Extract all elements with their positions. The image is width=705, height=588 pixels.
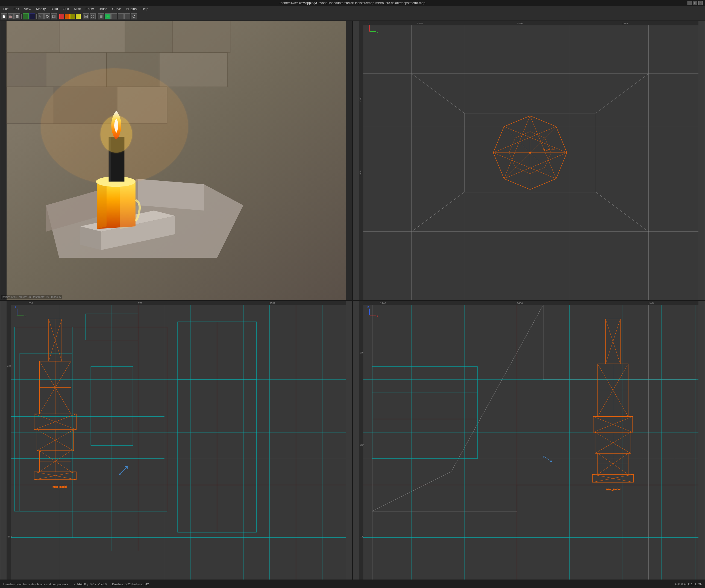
svg-rect-22 xyxy=(7,21,59,53)
svg-text:1464: 1464 xyxy=(649,301,654,304)
viewport-top[interactable]: 1438 1456 1464 -760 -368 y x xyxy=(352,21,705,301)
toolbar-rotate[interactable] xyxy=(44,13,50,19)
viewport-top-svg: 1438 1456 1464 -760 -368 y x xyxy=(353,21,705,300)
toolbar-save[interactable] xyxy=(14,13,20,19)
status-grid: G:8 R:45 C:13 L:ON xyxy=(675,583,702,586)
svg-point-87 xyxy=(529,152,531,154)
svg-point-20 xyxy=(106,15,109,17)
svg-rect-13 xyxy=(91,15,92,16)
svg-text:oc_model: oc_model xyxy=(543,148,555,151)
svg-text:misc_model: misc_model xyxy=(606,488,620,491)
svg-rect-26 xyxy=(7,53,46,87)
menu-file[interactable]: File xyxy=(1,7,11,11)
svg-text:768: 768 xyxy=(138,301,142,304)
menu-entity[interactable]: Entity xyxy=(83,7,96,11)
toolbar-file-group xyxy=(1,13,20,19)
render-stats: prims: 1244 | states: 20 | tris/frame: 9… xyxy=(1,295,62,299)
svg-text:x: x xyxy=(368,22,369,25)
toolbar-extra-1[interactable] xyxy=(98,13,104,19)
svg-text:1464: 1464 xyxy=(622,22,628,25)
svg-rect-107 xyxy=(7,301,346,305)
menu-brush[interactable]: Brush xyxy=(96,7,109,11)
svg-text:176: 176 xyxy=(360,351,364,354)
toolbar-grid-toggle[interactable] xyxy=(83,13,89,19)
minimize-button[interactable]: _ xyxy=(688,1,692,5)
menu-curve[interactable]: Curve xyxy=(110,7,123,11)
menu-grid[interactable]: Grid xyxy=(61,7,71,11)
svg-text:-368: -368 xyxy=(359,171,362,176)
toolbar-extra-5[interactable] xyxy=(124,13,130,19)
svg-rect-15 xyxy=(91,17,92,18)
svg-rect-63 xyxy=(359,21,363,300)
menu-view[interactable]: View xyxy=(22,7,33,11)
svg-text:1438: 1438 xyxy=(417,22,423,25)
toolbar-sep-5 xyxy=(97,14,97,19)
status-coords: x: 1448.0 y: 0.0 z: -176.0 xyxy=(74,583,106,586)
maximize-button[interactable]: □ xyxy=(693,1,697,5)
menu-plugins[interactable]: Plugins xyxy=(124,7,139,11)
svg-rect-186 xyxy=(359,301,698,305)
toolbar-transform-group xyxy=(38,13,57,19)
svg-rect-3 xyxy=(16,16,18,18)
status-bar: Translate Tool: translate objects and co… xyxy=(0,580,705,588)
toolbar-more xyxy=(83,13,96,19)
toolbar-sep-2 xyxy=(36,14,37,19)
status-tool: Translate Tool: translate objects and co… xyxy=(3,583,68,586)
main-area: prims: 1244 | states: 20 | tris/frame: 9… xyxy=(0,21,705,580)
svg-text:x: x xyxy=(25,314,26,317)
menu-build[interactable]: Build xyxy=(48,7,60,11)
status-brushes: Brushes: 5626 Entities: 842 xyxy=(112,583,149,586)
toolbar-yellow[interactable] xyxy=(70,14,75,19)
toolbar-extra-4[interactable] xyxy=(118,13,124,19)
toolbar-orange[interactable] xyxy=(65,14,70,19)
window-title: /home/illwieckz/Mapping/Unvanquished/Int… xyxy=(280,1,425,5)
svg-text:1448: 1448 xyxy=(380,301,386,304)
svg-rect-16 xyxy=(93,17,94,18)
window-controls[interactable]: _ □ ✕ xyxy=(688,1,703,5)
close-button[interactable]: ✕ xyxy=(698,1,703,5)
svg-text:1512: 1512 xyxy=(270,301,275,304)
toolbar-scale[interactable] xyxy=(51,13,57,19)
viewport-3d[interactable]: prims: 1244 | states: 20 | tris/frame: 9… xyxy=(0,21,352,301)
toolbar-select[interactable] xyxy=(38,13,44,19)
toolbar-light-yellow[interactable] xyxy=(76,14,81,19)
svg-text:-182: -182 xyxy=(7,535,12,538)
svg-text:-256: -256 xyxy=(28,301,33,304)
menu-modify[interactable]: Modify xyxy=(34,7,48,11)
svg-point-4 xyxy=(46,15,48,17)
svg-text:y: y xyxy=(377,30,378,33)
menu-edit[interactable]: Edit xyxy=(11,7,21,11)
viewport-front-svg: -256 768 1512 134 -182 x z xyxy=(0,301,352,580)
svg-text:1456: 1456 xyxy=(517,22,523,25)
svg-text:-264: -264 xyxy=(360,443,365,446)
svg-point-133 xyxy=(119,473,121,475)
viewport-side-svg: 1448 1456 1464 176 -264 -182 y z xyxy=(353,301,705,580)
toolbar-brush-colors xyxy=(59,14,81,19)
toolbar-color-green[interactable] xyxy=(23,13,29,19)
toolbar-new[interactable] xyxy=(1,13,7,19)
svg-rect-59 xyxy=(359,21,698,25)
svg-point-201 xyxy=(550,460,552,462)
svg-rect-2 xyxy=(16,15,18,16)
toolbar-view-mode[interactable] xyxy=(90,13,96,19)
svg-rect-25 xyxy=(173,21,230,53)
svg-rect-29 xyxy=(159,53,227,87)
menu-help[interactable]: Help xyxy=(139,7,150,11)
svg-rect-173 xyxy=(359,301,698,580)
svg-text:misc_model: misc_model xyxy=(53,485,67,488)
toolbar-open[interactable] xyxy=(8,13,14,19)
toolbar xyxy=(0,12,705,21)
svg-marker-41 xyxy=(97,182,106,229)
menu-misc[interactable]: Misc xyxy=(72,7,83,11)
title-bar: /home/illwieckz/Mapping/Unvanquished/Int… xyxy=(0,0,705,6)
toolbar-red[interactable] xyxy=(59,14,64,19)
svg-text:y: y xyxy=(377,314,378,317)
viewport-side[interactable]: 1448 1456 1464 176 -264 -182 y z xyxy=(352,301,705,580)
toolbar-refresh[interactable] xyxy=(131,13,137,19)
toolbar-extra-3[interactable] xyxy=(111,13,117,19)
toolbar-color-dark[interactable] xyxy=(29,13,35,19)
toolbar-extra-2[interactable] xyxy=(105,13,111,19)
viewport-front[interactable]: -256 768 1512 134 -182 x z xyxy=(0,301,352,580)
render-scene xyxy=(0,21,352,300)
svg-rect-14 xyxy=(93,15,94,16)
